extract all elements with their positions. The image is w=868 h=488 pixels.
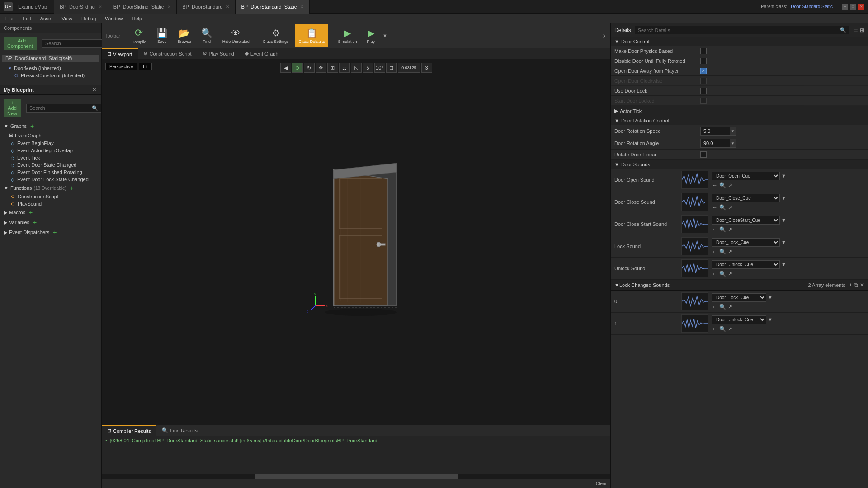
actor-tick-header[interactable]: ▶ Actor Tick [611, 106, 868, 116]
blueprint-search-input[interactable] [29, 105, 92, 111]
lock-sound-left-arrow[interactable]: ← [712, 249, 717, 255]
tab-construction-script[interactable]: ⚙ Construction Script [138, 48, 197, 59]
viewport-area[interactable]: Perspective Lit ◀ ⊙ ↻ ✥ ⊞ ☷ ◺ 5 10° ⊟ 0.… [102, 59, 610, 425]
menu-window[interactable]: Window [101, 15, 126, 22]
macros-add-btn[interactable]: + [27, 209, 34, 216]
func-playsound[interactable]: ⚙ PlaySound [0, 200, 101, 207]
add-component-button[interactable]: + Add Component [4, 37, 37, 50]
variables-add-btn[interactable]: + [31, 219, 38, 226]
minimize-btn[interactable]: ─ [842, 4, 848, 10]
tab-play-sound[interactable]: ⚙ Play Sound [197, 48, 240, 59]
graphs-section-header[interactable]: ▼ Graphs + [0, 121, 101, 131]
event-actoroverlap[interactable]: ◇ Event ActorBeginOverlap [0, 147, 101, 154]
door-close-start-sound-expand-btn[interactable]: ▼ [780, 217, 788, 223]
save-button[interactable]: 💾 Save [153, 24, 171, 47]
door-sounds-header[interactable]: ▼ Door Sounds [611, 160, 868, 169]
door-open-sound-nav-btn[interactable]: ↗ [728, 182, 732, 188]
unlock-sound-nav-btn[interactable]: ↗ [728, 271, 732, 277]
menu-asset[interactable]: Asset [37, 15, 57, 22]
door-open-sound-left-arrow[interactable]: ← [712, 182, 717, 188]
details-list-view-btn[interactable]: ☰ [853, 27, 858, 33]
event-doorfinishedrotating[interactable]: ◇ Event Door Finished Rotating [0, 169, 101, 176]
find-button[interactable]: 🔍 Find [198, 24, 216, 47]
close-btn[interactable]: ✕ [858, 4, 864, 10]
event-dispatchers-add-btn[interactable]: + [51, 229, 58, 236]
door-open-sound-expand-btn[interactable]: ▼ [780, 173, 788, 179]
menu-view[interactable]: View [58, 15, 76, 22]
lock-changed-item-1-search-btn[interactable]: 🔍 [719, 326, 726, 332]
lock-changed-item-0-search-btn[interactable]: 🔍 [719, 304, 726, 310]
event-doorstatechanged[interactable]: ◇ Event Door State Changed [0, 161, 101, 169]
door-close-sound-nav-btn[interactable]: ↗ [728, 204, 732, 211]
more-options-btn[interactable]: › [602, 31, 607, 40]
lock-sound-dropdown[interactable]: Door_Lock_Cue [712, 238, 780, 247]
disable-until-rotated-checkbox[interactable] [700, 58, 707, 64]
compile-button[interactable]: ⟳ Compile [128, 24, 150, 47]
menu-help[interactable]: Help [128, 15, 146, 22]
component-physicsconstraint[interactable]: ⬡ PhysicsConstraint (Inherited) [2, 72, 99, 79]
door-control-header[interactable]: ▼ Door Control [611, 37, 868, 46]
event-doorlockstatechanged[interactable]: ◇ Event Door Lock State Changed [0, 176, 101, 183]
class-defaults-button[interactable]: 📋 Class Defaults [295, 24, 328, 47]
details-grid-view-btn[interactable]: ⊞ [860, 27, 864, 33]
blueprint-close-btn[interactable]: ✕ [91, 86, 98, 93]
add-new-button[interactable]: + Add New [4, 99, 21, 117]
macros-section-header[interactable]: ▶ Macros + [0, 207, 101, 217]
lock-sound-nav-btn[interactable]: ↗ [728, 249, 732, 255]
lock-sound-search-btn[interactable]: 🔍 [719, 249, 726, 255]
functions-section-header[interactable]: ▼ Functions (18 Overridable) + [0, 183, 101, 193]
rotation-angle-spin-btn[interactable]: ▼ [730, 139, 736, 147]
play-button[interactable]: ▶ Play [363, 24, 378, 47]
functions-add-btn[interactable]: + [68, 184, 75, 192]
menu-edit[interactable]: Edit [19, 15, 35, 22]
self-component[interactable]: BP_DoorStandard_Static(self) [2, 55, 99, 62]
array-add-btn[interactable]: + [849, 282, 852, 288]
bottom-scrollbar[interactable] [102, 474, 610, 479]
door-close-start-sound-left-arrow[interactable]: ← [712, 226, 717, 233]
door-close-sound-dropdown[interactable]: Door_Close_Cue [712, 194, 780, 202]
graphs-add-btn[interactable]: + [28, 122, 36, 130]
lock-sound-expand-btn[interactable]: ▼ [780, 239, 788, 245]
door-rotation-angle-input[interactable]: 90.0 ▼ [700, 139, 736, 148]
func-constructionscript[interactable]: ⚙ ConstructionScript [0, 193, 101, 200]
rotate-door-linear-checkbox[interactable] [700, 151, 707, 158]
tab-bp-doorstandard[interactable]: BP_DoorStandard✕ [177, 0, 236, 14]
browse-button[interactable]: 📂 Browse [174, 24, 195, 47]
tab-bp-doorstandard-static[interactable]: BP_DoorStandard_Static✕ [236, 0, 310, 14]
door-close-start-sound-dropdown[interactable]: Door_CloseStart_Cue [712, 216, 780, 225]
door-close-start-sound-search-btn[interactable]: 🔍 [719, 226, 726, 233]
clear-button[interactable]: Clear [596, 481, 607, 486]
lock-changed-item-0-left-arrow[interactable]: ← [712, 304, 717, 310]
unlock-sound-expand-btn[interactable]: ▼ [780, 261, 788, 267]
maximize-btn[interactable]: □ [850, 4, 856, 10]
lock-changed-item-0-expand-btn[interactable]: ▼ [766, 294, 774, 300]
component-doormesh[interactable]: ▾ DoorMesh (Inherited) [2, 65, 99, 72]
unlock-sound-dropdown[interactable]: Door_Unlock_Cue [712, 260, 780, 269]
use-door-lock-checkbox[interactable] [700, 88, 707, 94]
event-beginplay[interactable]: ◇ Event BeginPlay [0, 140, 101, 147]
rotation-speed-spin-btn[interactable]: ▼ [730, 127, 736, 135]
variables-section-header[interactable]: ▶ Variables + [0, 217, 101, 227]
lock-changed-item-1-dropdown[interactable]: Door_Unlock_Cue [712, 315, 766, 324]
event-dispatchers-section-header[interactable]: ▶ Event Dispatchers + [0, 227, 101, 237]
lock-changed-item-1-nav-btn[interactable]: ↗ [728, 326, 732, 332]
tab-bp-doorsliding[interactable]: BP_DoorSliding✕ [54, 0, 108, 14]
door-close-start-sound-nav-btn[interactable]: ↗ [728, 226, 732, 233]
find-results-tab[interactable]: 🔍 Find Results [156, 425, 203, 436]
door-close-sound-search-btn[interactable]: 🔍 [719, 204, 726, 211]
hide-unrelated-button[interactable]: 👁 Hide Unrelated [219, 24, 253, 47]
details-search-input[interactable] [638, 28, 838, 33]
menu-file[interactable]: File [2, 15, 17, 22]
tab-viewport[interactable]: ⊞ Viewport [102, 48, 138, 59]
door-open-sound-dropdown[interactable]: Door_Open_Cue [712, 172, 780, 180]
door-open-sound-search-btn[interactable]: 🔍 [719, 182, 726, 188]
component-search-input[interactable] [45, 41, 108, 46]
door-close-sound-expand-btn[interactable]: ▼ [780, 195, 788, 201]
array-duplicate-btn[interactable]: ⧉ [854, 282, 858, 288]
simulation-button[interactable]: ▶ Simulation [334, 24, 360, 47]
play-dropdown-btn[interactable]: ▼ [381, 33, 389, 39]
make-door-physics-checkbox[interactable] [700, 48, 707, 54]
lock-changed-item-0-dropdown[interactable]: Door_Lock_Cue [712, 293, 766, 302]
tab-bp-doorsliding-static[interactable]: BP_DoorSliding_Static✕ [108, 0, 177, 14]
array-clear-btn[interactable]: ✕ [860, 282, 864, 288]
